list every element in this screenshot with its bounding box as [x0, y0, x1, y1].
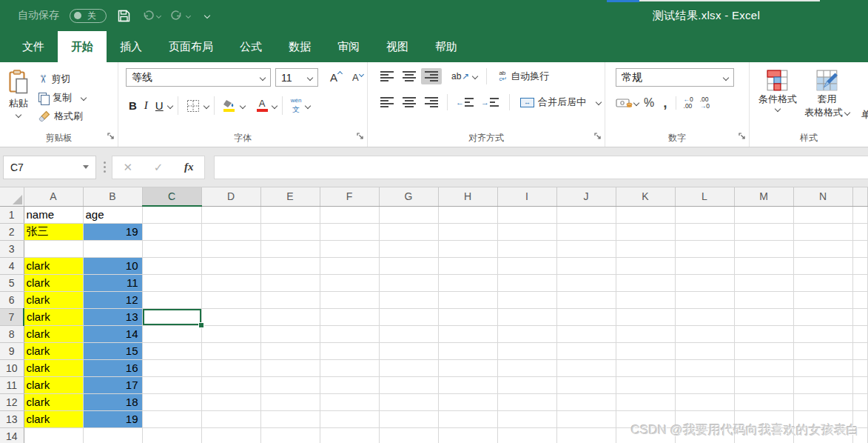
cell-C3[interactable] — [142, 240, 201, 257]
cell-C8[interactable] — [142, 325, 201, 342]
cell-D9[interactable] — [201, 342, 260, 359]
cell-styles-button-partial[interactable]: 单 — [861, 108, 868, 121]
fill-color-button[interactable] — [220, 98, 239, 113]
accounting-format-button[interactable] — [616, 98, 639, 109]
cell-F2[interactable] — [320, 223, 379, 240]
shrink-font-button[interactable]: A — [349, 72, 366, 83]
cell-N1[interactable] — [793, 206, 852, 223]
cell-B6[interactable]: 12 — [83, 291, 142, 308]
row-header-12[interactable]: 12 — [0, 393, 24, 410]
cell-B10[interactable]: 16 — [83, 359, 142, 376]
cell-I4[interactable] — [497, 257, 556, 274]
cell-N8[interactable] — [793, 325, 852, 342]
tab-home[interactable]: 开始 — [58, 31, 107, 62]
decrease-decimal-button[interactable]: .00 →0 — [697, 96, 713, 110]
cell-M4[interactable] — [734, 257, 793, 274]
cell-G2[interactable] — [379, 223, 438, 240]
cell-H2[interactable] — [438, 223, 497, 240]
italic-button[interactable]: I — [141, 98, 151, 113]
cell-J2[interactable] — [556, 223, 616, 240]
cell-K1[interactable] — [616, 206, 675, 223]
name-box-dropdown-icon[interactable] — [83, 165, 89, 169]
cell-F10[interactable] — [320, 359, 379, 376]
cell-N11[interactable] — [793, 376, 852, 393]
cell-I11[interactable] — [497, 376, 556, 393]
col-header-C[interactable]: C — [142, 187, 201, 206]
undo-button[interactable] — [141, 10, 161, 22]
cell-partial-14[interactable] — [852, 427, 868, 443]
cell-partial-9[interactable] — [852, 342, 868, 359]
number-format-combo[interactable]: 常规 — [616, 68, 734, 87]
grow-font-button[interactable]: A — [327, 71, 345, 84]
cell-F14[interactable] — [320, 427, 379, 443]
cell-H6[interactable] — [438, 291, 497, 308]
cell-N5[interactable] — [793, 274, 852, 291]
row-header-9[interactable]: 9 — [0, 342, 24, 359]
cell-B12[interactable]: 18 — [83, 393, 142, 410]
cell-E12[interactable] — [260, 393, 320, 410]
cell-M2[interactable] — [734, 223, 793, 240]
cell-E11[interactable] — [260, 376, 320, 393]
cell-A11[interactable]: clark — [24, 376, 83, 393]
cell-H13[interactable] — [438, 410, 497, 427]
alignment-dialog-launcher-icon[interactable] — [594, 130, 602, 143]
row-header-1[interactable]: 1 — [0, 206, 24, 223]
cancel-icon[interactable]: ✕ — [123, 161, 132, 174]
cell-I8[interactable] — [497, 325, 556, 342]
cell-A9[interactable]: clark — [24, 342, 83, 359]
cell-C11[interactable] — [142, 376, 201, 393]
font-color-button[interactable]: A — [254, 98, 271, 113]
cell-A1[interactable]: name — [24, 206, 83, 223]
cell-M5[interactable] — [734, 274, 793, 291]
cell-F12[interactable] — [320, 393, 379, 410]
cell-G4[interactable] — [379, 257, 438, 274]
middle-align-button[interactable] — [399, 68, 420, 84]
underline-dropdown-icon[interactable] — [166, 102, 172, 108]
format-as-table-dropdown-icon[interactable] — [844, 110, 850, 116]
cell-G1[interactable] — [379, 206, 438, 223]
cell-G14[interactable] — [379, 427, 438, 443]
font-name-dropdown-icon[interactable] — [260, 74, 266, 80]
fill-color-dropdown-icon[interactable] — [239, 102, 245, 108]
cell-J6[interactable] — [556, 291, 616, 308]
cell-I1[interactable] — [497, 206, 556, 223]
tab-file[interactable]: 文件 — [9, 31, 58, 62]
cell-K6[interactable] — [616, 291, 675, 308]
copy-dropdown-icon[interactable] — [81, 94, 87, 100]
cell-B13[interactable]: 19 — [83, 410, 142, 427]
col-header-K[interactable]: K — [616, 187, 675, 206]
cell-G12[interactable] — [379, 393, 438, 410]
cell-N6[interactable] — [793, 291, 852, 308]
cell-J9[interactable] — [556, 342, 616, 359]
row-header-3[interactable]: 3 — [0, 240, 24, 257]
cell-N12[interactable] — [793, 393, 852, 410]
cell-L9[interactable] — [675, 342, 734, 359]
merge-center-dropdown-icon[interactable] — [596, 99, 602, 105]
cell-E8[interactable] — [260, 325, 320, 342]
font-color-dropdown-icon[interactable] — [271, 102, 277, 108]
orientation-button[interactable]: ab↗ — [449, 71, 471, 81]
cell-D6[interactable] — [201, 291, 260, 308]
cell-D4[interactable] — [201, 257, 260, 274]
cell-B8[interactable]: 14 — [83, 325, 142, 342]
cell-G11[interactable] — [379, 376, 438, 393]
cell-F8[interactable] — [320, 325, 379, 342]
cell-C13[interactable] — [142, 410, 201, 427]
cell-partial-6[interactable] — [852, 291, 868, 308]
cell-J8[interactable] — [556, 325, 616, 342]
cell-I13[interactable] — [497, 410, 556, 427]
cell-I2[interactable] — [497, 223, 556, 240]
cell-I14[interactable] — [497, 427, 556, 443]
percent-style-button[interactable]: % — [639, 96, 659, 110]
cell-L12[interactable] — [675, 393, 734, 410]
cell-E3[interactable] — [260, 240, 320, 257]
cell-L1[interactable] — [675, 206, 734, 223]
cell-partial-3[interactable] — [852, 240, 868, 257]
row-header-13[interactable]: 13 — [0, 410, 24, 427]
cell-D7[interactable] — [201, 308, 260, 325]
col-header-F[interactable]: F — [320, 187, 379, 206]
cell-B11[interactable]: 17 — [83, 376, 142, 393]
cell-A8[interactable]: clark — [24, 325, 83, 342]
cell-D14[interactable] — [201, 427, 260, 443]
cell-K5[interactable] — [616, 274, 675, 291]
